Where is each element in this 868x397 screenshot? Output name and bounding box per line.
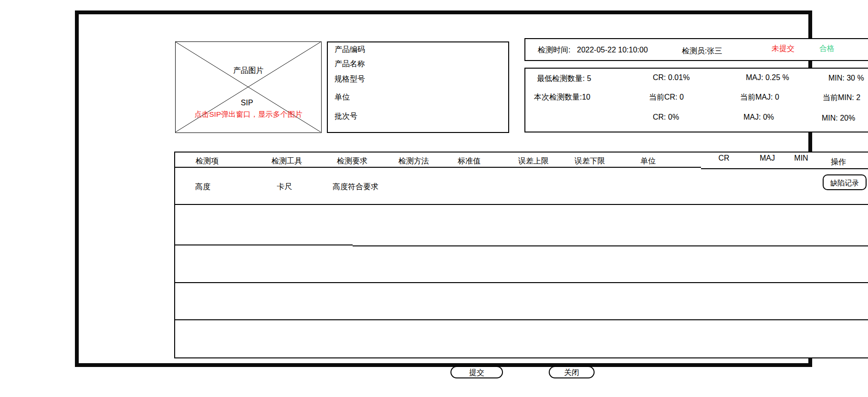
sip-hint-text: 点击SIP弹出窗口，显示多个图片 [194,110,302,119]
field-label-spec-model: 规格型号 [335,74,365,84]
product-image-label: 产品图片 [233,66,264,75]
row-tool-value: 卡尺 [277,182,292,192]
col-header-requirement: 检测要求 [337,156,367,166]
col-header-upper-limit: 误差上限 [518,156,549,166]
col-header-lower-limit: 误差下限 [575,156,605,166]
stat-min-rate: MIN: 20% [822,113,855,123]
product-image-placeholder[interactable]: 产品图片 SIP 点击SIP弹出窗口，显示多个图片 [175,41,322,133]
row-divider-1 [175,204,868,205]
header-divider [175,167,701,168]
row-divider-2a [175,244,353,245]
window-frame: 产品图片 SIP 点击SIP弹出窗口，显示多个图片 产品编码 产品名称 规格型号… [75,10,812,367]
stat-current-maj: 当前MAJ: 0 [740,92,779,102]
close-button[interactable]: 关闭 [549,366,595,378]
product-fields-panel: 产品编码 产品名称 规格型号 单位 批次号 [327,41,509,133]
inspection-time-label: 检测时间: [538,45,570,55]
col-header-standard: 标准值 [458,156,481,166]
inspection-window: 产品图片 SIP 点击SIP弹出窗口，显示多个图片 产品编码 产品名称 规格型号… [0,0,868,397]
field-label-unit: 单位 [335,92,350,102]
col-header-cr: CR [718,154,729,163]
stat-current-count: 本次检测数量:10 [534,92,590,102]
header-divider-right [701,168,868,169]
inspection-table: 检测项 检测工具 检测要求 检测方法 标准值 误差上限 误差下限 单位 CR M… [174,152,868,358]
field-label-product-code: 产品编码 [335,45,365,54]
stat-cr-rate: CR: 0% [653,112,679,122]
row-divider-4 [175,319,868,320]
stat-current-cr: 当前CR: 0 [649,92,684,102]
result-status-badge: 合格 [819,44,835,53]
col-header-action: 操作 [831,157,846,167]
inspection-header-panel: 检测时间: 2022-05-22 10:10:00 检测员:张三 未提交 合格 [524,38,868,61]
row-requirement-value: 高度符合要求 [333,182,378,192]
stat-min-limit: MIN: 30 % [828,73,864,83]
row-item-value: 高度 [195,182,210,192]
stats-panel: 最低检测数量: 5 CR: 0.01% MAJ: 0.25 % MIN: 30 … [524,68,868,132]
submit-button[interactable]: 提交 [450,366,503,378]
col-header-tool: 检测工具 [272,156,302,166]
col-header-item: 检测项 [196,156,219,166]
stat-maj-limit: MAJ: 0.25 % [746,73,789,82]
stat-current-min: 当前MIN: 2 [823,93,860,102]
field-label-batch-number: 批次号 [335,112,357,121]
stat-min-required: 最低检测数量: 5 [537,74,591,83]
sip-label[interactable]: SIP [241,98,253,108]
col-header-unit: 单位 [640,156,656,166]
stat-maj-rate: MAJ: 0% [743,112,774,122]
row-divider-2b [353,245,868,246]
stat-cr-limit: CR: 0.01% [653,73,690,82]
col-header-method: 检测方法 [398,156,429,166]
inspector-name: 检测员:张三 [682,46,722,56]
field-label-product-name: 产品名称 [335,59,365,69]
col-header-maj: MAJ [760,154,775,163]
inspection-time-value: 2022-05-22 10:10:00 [577,45,648,55]
submit-status-badge: 未提交 [772,44,795,53]
row-divider-3 [175,282,868,283]
col-header-min: MIN [794,154,808,163]
defect-record-button[interactable]: 缺陷记录 [823,174,867,190]
